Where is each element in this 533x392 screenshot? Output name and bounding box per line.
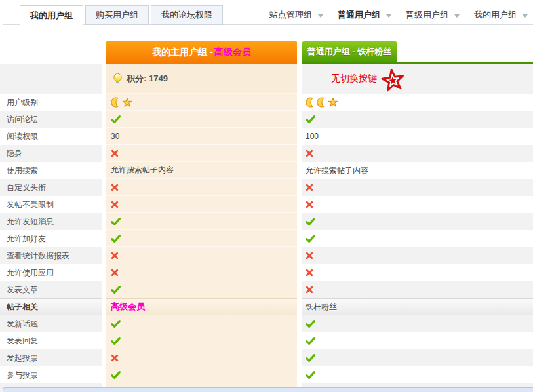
row-label: 发新话题 [0, 315, 102, 332]
chevron-down-icon [318, 14, 323, 18]
right-value-cell [302, 264, 533, 281]
row-label: 自定义头衔 [0, 179, 102, 196]
group-link-my-usergroup[interactable]: 我的用户组 [474, 9, 528, 21]
left-value-cell: 30 [106, 128, 297, 145]
cross-icon [306, 149, 313, 157]
value-text: 允许搜索帖子内容 [111, 165, 174, 176]
check-icon [306, 115, 315, 124]
row-label: 帖子相关 [0, 298, 102, 315]
row-label: 访问论坛 [0, 111, 102, 128]
cross-icon [111, 354, 119, 362]
cross-icon [111, 201, 119, 208]
tab-my-usergroup[interactable]: 我的用户组 [20, 5, 83, 26]
moon-icon [111, 97, 121, 108]
row-label: 发起投票 [0, 349, 102, 366]
table-row: 查看统计数据报表 [0, 247, 533, 264]
right-value-cell [302, 196, 533, 213]
chevron-down-icon [386, 14, 391, 18]
table-row: 帖子相关高级会员铁杆粉丝 [0, 298, 533, 315]
right-value-cell: 铁杆粉丝 [302, 298, 533, 315]
cross-icon [306, 201, 313, 208]
cross-icon [111, 252, 119, 260]
cross-icon [306, 286, 313, 294]
table-row: 阅读权限30100 [0, 128, 533, 145]
level-icons [306, 97, 338, 108]
score-value: 积分: 1749 [127, 73, 168, 85]
bulb-icon [113, 73, 123, 85]
check-icon [306, 234, 315, 243]
left-value-cell [106, 94, 297, 111]
table-row: 访问论坛 [0, 111, 533, 128]
left-value-cell [106, 179, 297, 196]
tabbar: 我的用户组 购买用户组 我的论坛权限 [20, 5, 225, 26]
table-row: 允许发短消息 [0, 213, 533, 230]
table-row: 发起投票 [0, 349, 533, 366]
right-value-cell [302, 349, 533, 366]
row-label: 允许使用应用 [0, 264, 102, 281]
table-row: 用户级别 [0, 94, 533, 111]
right-value-cell [302, 213, 533, 230]
star-icon [122, 97, 132, 108]
my-usergroup-page: 我的用户组 购买用户组 我的论坛权限 站点管理组 普通用户组 晋级用户组 我的用… [0, 0, 533, 392]
right-value-cell [302, 281, 533, 298]
left-value-cell [106, 332, 297, 349]
right-value-cell: 无切换按键 [302, 64, 533, 94]
tab-buy-usergroup[interactable]: 购买用户组 [85, 5, 149, 25]
check-icon [111, 336, 121, 345]
group-link-label: 站点管理组 [269, 9, 312, 21]
row-label: 隐身 [0, 145, 102, 162]
row-label: 发表回复 [0, 332, 102, 349]
row-label: 使用搜索 [0, 162, 102, 179]
group-link-label: 晋级用户组 [406, 9, 448, 21]
left-value-cell: 允许搜索帖子内容 [106, 162, 297, 179]
value-text: 高级会员 [111, 301, 145, 313]
cross-icon [111, 149, 119, 157]
right-value-cell [302, 230, 533, 247]
table-row: 允许加好友 [0, 230, 533, 247]
comparison-table: 积分: 1749 无切换按键 用户级别访问论坛阅读权限30100隐身使用搜索允许… [0, 64, 533, 392]
check-icon [306, 217, 315, 226]
left-value-cell [106, 264, 297, 281]
right-value-cell [302, 111, 533, 128]
group-link-site-admin[interactable]: 站点管理组 [269, 9, 323, 21]
value-text: 铁杆粉丝 [306, 302, 337, 313]
check-icon [111, 115, 121, 124]
row-label: 允许发短消息 [0, 213, 102, 230]
table-row: 参与投票 [0, 366, 533, 383]
left-value-cell [106, 213, 297, 230]
check-icon [306, 319, 315, 328]
check-icon [306, 353, 315, 363]
check-icon [306, 336, 315, 345]
row-label: 用户级别 [0, 94, 102, 111]
left-value-cell: 高级会员 [106, 298, 297, 315]
left-value-cell [106, 111, 297, 128]
group-link-normal-usergroup[interactable]: 普通用户组 [338, 9, 391, 21]
group-link-label: 我的用户组 [474, 9, 517, 21]
permission-rows: 用户级别访问论坛阅读权限30100隐身使用搜索允许搜索帖子内容允许搜索帖子内容自… [0, 94, 533, 392]
table-row: 允许使用应用 [0, 264, 533, 281]
check-icon [111, 285, 121, 294]
group-links: 站点管理组 普通用户组 晋级用户组 我的用户组 [255, 5, 528, 25]
row-label [0, 64, 102, 94]
cross-icon [111, 184, 119, 191]
right-value-cell: 允许搜索帖子内容 [302, 162, 533, 179]
row-label: 发表文章 [0, 281, 102, 298]
left-value-cell [106, 145, 297, 162]
left-value-cell [106, 281, 297, 298]
score-row: 积分: 1749 无切换按键 [0, 64, 533, 94]
right-value-cell [302, 247, 533, 264]
group-link-upgrade-usergroup[interactable]: 晋级用户组 [406, 9, 460, 21]
table-row: 发帖不受限制 [0, 196, 533, 213]
moon-icon [306, 97, 316, 108]
star-icon [328, 97, 338, 108]
cross-icon [306, 252, 313, 260]
table-row: 发表文章 [0, 281, 533, 298]
left-value-cell [106, 230, 297, 247]
compare-group-tab[interactable]: 普通用户组 - 铁杆粉丝 [302, 41, 397, 62]
left-value-cell [106, 196, 297, 213]
tab-my-forum-permissions[interactable]: 我的论坛权限 [151, 5, 223, 25]
primary-group-column-header: 我的主用户组 - 高级会员 [106, 41, 297, 64]
right-value-cell [302, 145, 533, 162]
check-icon [306, 370, 315, 380]
right-value-cell: 100 [302, 128, 533, 145]
